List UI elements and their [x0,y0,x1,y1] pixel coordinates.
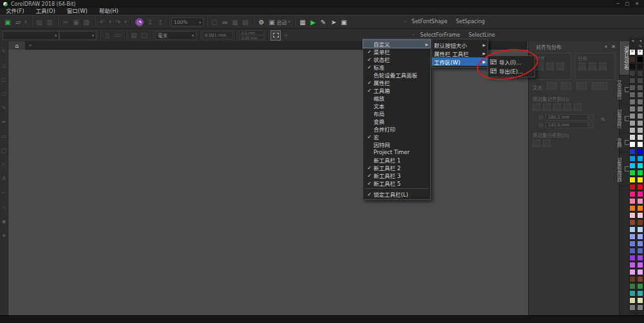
color-swatch[interactable] [629,304,636,311]
context-menu-item-20[interactable]: ✓锁定工具栏(L) [363,190,430,198]
align-center-button[interactable] [546,63,554,70]
select-button-1[interactable]: SelectLine [465,32,498,39]
color-swatch[interactable] [637,262,643,268]
macro-button-0[interactable]: SetFontShape [408,18,451,25]
run-macro-icon[interactable]: ▶ [308,17,318,27]
color-swatch[interactable] [629,262,636,268]
y-coordinate-field[interactable]: 143.5 mm [545,122,588,128]
macro-button-1[interactable]: SetSpacing [453,18,488,25]
zoom-tool-icon[interactable]: ○ [0,86,8,101]
context-menu-item-12[interactable]: ✓宏 [363,133,430,141]
color-swatch[interactable] [637,92,643,98]
color-swatch[interactable] [629,70,636,77]
text-align-option-4[interactable] [592,82,607,90]
distribute-center-button[interactable] [589,63,596,70]
save-icon[interactable]: ▤ [34,17,44,27]
color-swatch[interactable] [629,219,636,226]
color-swatch[interactable] [629,269,636,275]
toolbar-overflow-chevron-icon[interactable]: » [412,32,415,37]
color-swatch[interactable] [629,226,636,233]
export-icon[interactable]: ↥ [155,17,166,27]
color-swatch[interactable] [637,191,643,197]
current-page-icon[interactable]: ▢ [139,30,149,40]
color-swatch[interactable] [637,255,643,261]
color-swatch[interactable] [637,276,643,282]
context-menu-item-13[interactable]: 因特网 [363,141,430,148]
color-swatch[interactable] [629,240,636,247]
treat-as-filled-toggle[interactable] [270,30,281,41]
duplicate-distance-field-1[interactable]: 0.25 mm [239,35,265,40]
color-swatch[interactable] [637,233,643,240]
parallel-dimension-tool-icon[interactable]: ⌐ [0,186,8,200]
import-icon[interactable]: ↧ [145,17,155,27]
color-swatch[interactable] [629,49,636,55]
color-swatch[interactable] [629,184,636,190]
color-swatch[interactable] [637,84,643,91]
connector-tool-icon[interactable]: ∿ [0,200,8,214]
portrait-icon[interactable]: ▯ [102,30,113,40]
color-swatch[interactable] [637,170,643,176]
color-swatch[interactable] [629,177,636,183]
customize-submenu-item-0[interactable]: 默认按钮大小▶ [432,41,488,49]
color-swatch[interactable] [637,283,643,289]
color-swatch[interactable] [629,56,636,63]
color-swatch[interactable] [637,63,643,70]
all-pages-icon[interactable]: ▤ [129,30,139,40]
color-swatch[interactable] [629,290,636,297]
color-swatch[interactable] [637,148,643,155]
color-swatch[interactable] [637,127,643,133]
color-swatch[interactable] [637,162,643,169]
drawing-canvas[interactable] [8,50,527,315]
context-menu-item-17[interactable]: ✓新工具栏 3 [363,171,430,179]
color-swatch[interactable] [629,148,636,155]
color-swatch[interactable] [637,198,643,204]
context-menu-item-6[interactable]: ✓工具箱 [363,86,430,94]
color-swatch[interactable] [629,92,636,98]
new-document-icon[interactable]: ▣ [3,17,13,27]
context-menu-item-0[interactable]: 自定义▶ [363,40,430,48]
color-swatch[interactable] [629,283,636,289]
context-menu-item-16[interactable]: ✓新工具栏 2 [363,164,430,171]
show-rulers-icon[interactable]: ▬ [220,17,230,27]
interactive-fill-tool-icon[interactable]: ◆ [0,214,8,228]
maximize-button[interactable]: □ [625,0,630,8]
color-swatch[interactable] [637,240,643,247]
color-swatch[interactable] [637,304,643,311]
text-align-option-2[interactable] [561,82,571,90]
palette-eyedropper-icon[interactable]: ✎ [637,43,644,49]
paste-icon[interactable]: ▨ [81,17,91,27]
select-button-0[interactable]: SelectForFrame [417,32,463,39]
page-size-combo[interactable]: ▾ [3,31,59,40]
align-to-center-button[interactable] [543,103,551,111]
color-swatch[interactable] [637,120,643,126]
color-swatch[interactable] [629,170,636,176]
align-to-edge-button[interactable] [533,103,540,111]
customize-submenu-item-1[interactable]: 属性栏 工具栏▶ [432,49,488,57]
menubar-item-3[interactable]: 帮助(H) [93,8,124,15]
color-swatch[interactable] [629,113,636,119]
color-swatch[interactable] [629,248,636,254]
menubar-item-2[interactable]: 窗口(W) [61,8,93,15]
color-swatch[interactable] [629,276,636,282]
duplicate-distance-field-0[interactable]: 0.1 mm [239,30,265,35]
color-swatch[interactable] [629,127,636,133]
color-swatch[interactable] [629,212,636,219]
color-swatch[interactable] [637,113,643,119]
context-menu-item-9[interactable]: 布局 [363,110,430,117]
color-swatch[interactable] [637,297,643,304]
distribute-to-selection-button[interactable] [533,139,540,147]
pick-tool-icon[interactable]: ↖ [0,44,8,58]
menubar-item-1[interactable]: 工具(O) [30,8,61,15]
color-swatch[interactable] [629,297,636,304]
color-swatch[interactable] [637,226,643,233]
distribute-right-button[interactable] [599,63,607,70]
context-menu-item-2[interactable]: ✓状态栏 [363,55,430,63]
docker-close-icon[interactable]: ✕ [611,44,616,50]
color-swatch[interactable] [629,120,636,126]
color-swatch[interactable] [637,290,643,297]
text-align-option-3[interactable] [576,82,587,90]
rectangle-tool-icon[interactable]: ▭ [0,129,8,143]
fullscreen-preview-icon[interactable]: ▢ [209,17,220,27]
color-swatch[interactable] [637,219,643,226]
artistic-media-tool-icon[interactable]: ✒ [0,115,8,129]
